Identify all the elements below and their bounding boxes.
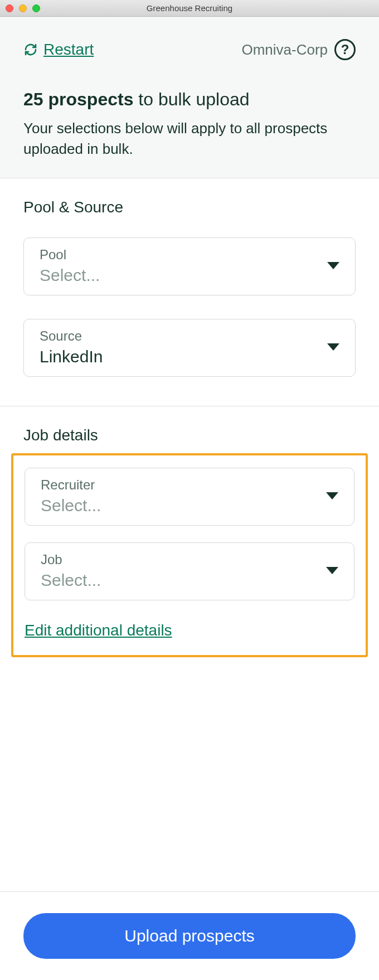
job-details-title: Job details: [0, 406, 379, 453]
recruiter-value: Select...: [41, 496, 101, 515]
job-label: Job: [41, 552, 101, 567]
window-title: Greenhouse Recruiting: [147, 3, 232, 13]
chevron-down-icon: [327, 343, 339, 351]
top-bar: Restart Omniva-Corp ?: [23, 39, 356, 60]
header-section: Restart Omniva-Corp ? 25 prospects to bu…: [0, 17, 379, 178]
edit-additional-details-link[interactable]: Edit additional details: [25, 622, 172, 639]
recruiter-label: Recruiter: [41, 477, 101, 493]
org-name: Omniva-Corp: [241, 41, 328, 59]
footer-bar: Upload prospects: [0, 891, 379, 980]
headline-count: 25 prospects: [23, 89, 133, 109]
close-window-button[interactable]: [6, 4, 13, 12]
recruiter-select[interactable]: Recruiter Select...: [25, 468, 354, 526]
org-block: Omniva-Corp ?: [241, 39, 356, 60]
headline-rest: to bulk upload: [133, 89, 249, 109]
restart-link[interactable]: Restart: [23, 41, 94, 59]
traffic-lights: [6, 4, 40, 12]
restart-label: Restart: [43, 41, 94, 59]
pool-value: Select...: [40, 266, 100, 285]
maximize-window-button[interactable]: [32, 4, 40, 12]
window-titlebar: Greenhouse Recruiting: [0, 0, 379, 17]
pool-source-title: Pool & Source: [23, 198, 356, 216]
source-value: LinkedIn: [40, 347, 103, 366]
minimize-window-button[interactable]: [19, 4, 27, 12]
job-value: Select...: [41, 571, 101, 590]
page-headline: 25 prospects to bulk upload: [23, 88, 356, 111]
pool-label: Pool: [40, 247, 100, 263]
page-subhead: Your selections below will apply to all …: [23, 118, 356, 160]
pool-select[interactable]: Pool Select...: [23, 237, 356, 295]
upload-prospects-button[interactable]: Upload prospects: [23, 913, 356, 959]
chevron-down-icon: [326, 492, 338, 499]
pool-source-section: Pool & Source Pool Select... Source Link…: [0, 178, 379, 406]
source-select[interactable]: Source LinkedIn: [23, 319, 356, 377]
source-label: Source: [40, 328, 103, 344]
chevron-down-icon: [327, 262, 339, 269]
chevron-down-icon: [326, 567, 338, 574]
job-details-highlight: Recruiter Select... Job Select... Edit a…: [11, 453, 368, 657]
help-icon[interactable]: ?: [334, 39, 356, 60]
restart-icon: [23, 42, 38, 57]
job-select[interactable]: Job Select...: [25, 542, 354, 600]
